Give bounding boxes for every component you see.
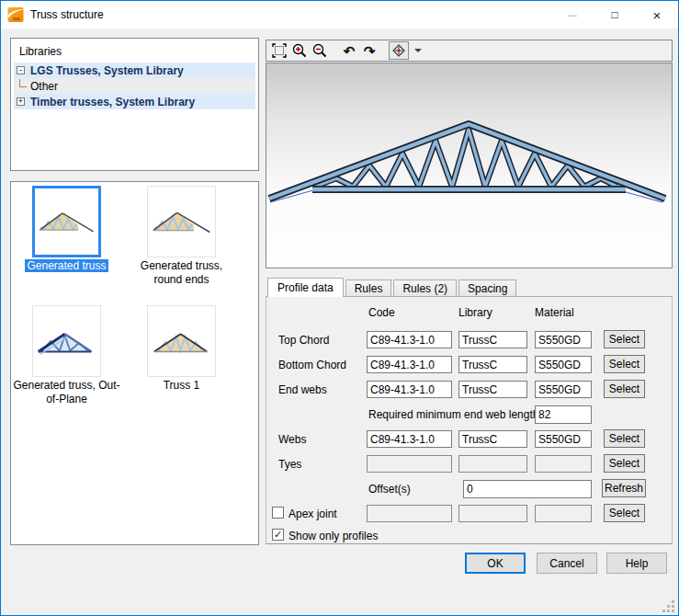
tab-profile-data[interactable]: Profile data	[267, 278, 344, 297]
bottom-chord-code-field[interactable]: C89-41.3-1.0	[367, 356, 452, 373]
apex-joint-material-field[interactable]	[535, 505, 592, 522]
gallery-item-generated-truss[interactable]: Generated truss	[11, 186, 122, 273]
end-webs-code-field[interactable]: C89-41.3-1.0	[367, 381, 452, 398]
truss-thumbnail-graphic	[33, 314, 100, 369]
tree-item-label: LGS Trusses, System Library	[30, 64, 184, 77]
apex-joint-label: Apex joint	[289, 508, 337, 520]
rotate-left-icon[interactable]: ↶	[339, 41, 359, 60]
tree-branch-line	[19, 79, 27, 87]
end-webs-label: End webs	[278, 383, 327, 396]
webs-label: Webs	[278, 433, 306, 446]
app-icon: BIM	[7, 6, 24, 23]
thumbnail-label: Generated truss	[11, 259, 122, 273]
bottom-chord-material-field[interactable]: S550GD	[535, 356, 592, 373]
truss-thumbnail-graphic	[148, 194, 215, 249]
webs-select-button[interactable]: Select	[604, 429, 645, 448]
end-webs-material-field[interactable]: S550GD	[535, 381, 592, 398]
webs-library-field[interactable]: TrussC	[458, 430, 527, 448]
bottom-chord-select-button[interactable]: Select	[604, 355, 645, 373]
offset-input[interactable]	[463, 480, 592, 498]
dropdown-caret-icon[interactable]	[414, 49, 422, 52]
thumbnail-image[interactable]	[32, 305, 101, 377]
collapse-icon[interactable]: -	[17, 66, 25, 74]
top-chord-material-field[interactable]: S550GD	[535, 331, 592, 348]
pan-center-icon[interactable]	[389, 41, 409, 60]
truss-preview-viewport[interactable]	[266, 63, 673, 268]
libraries-panel: Libraries - LGS Trusses, System Library …	[10, 38, 259, 171]
profile-tabs: Profile data Rules Rules (2) Spacing	[267, 278, 518, 297]
column-header-library: Library	[458, 306, 492, 319]
minimize-button[interactable]: ─	[551, 1, 594, 29]
tab-rules[interactable]: Rules	[345, 279, 392, 297]
preview-toolbar: ↶ ↷	[266, 40, 673, 62]
tree-item-other[interactable]: Other	[14, 78, 255, 94]
column-header-material: Material	[535, 306, 574, 319]
tree-item-lgs-trusses[interactable]: - LGS Trusses, System Library	[14, 63, 255, 78]
tab-spacing[interactable]: Spacing	[458, 279, 516, 297]
show-only-profiles-checkbox[interactable]: ✓	[272, 529, 284, 541]
maximize-button[interactable]: □	[594, 1, 636, 29]
truss-gallery-panel: Generated truss Generated truss, round e…	[10, 181, 259, 545]
rotate-right-icon[interactable]: ↷	[359, 41, 379, 60]
cancel-button[interactable]: Cancel	[537, 553, 597, 574]
min-end-web-length-label: Required minimum end web length	[368, 408, 538, 421]
zoom-in-icon[interactable]	[289, 41, 310, 60]
svg-text:BIM: BIM	[13, 17, 20, 21]
thumbnail-label: Generated truss, round ends	[126, 259, 237, 287]
show-only-profiles-label: Show only profiles	[289, 530, 378, 542]
min-end-web-length-input[interactable]	[535, 405, 592, 424]
gallery-item-truss-1[interactable]: Truss 1	[126, 305, 237, 393]
apex-joint-code-field[interactable]	[367, 505, 452, 522]
tree-item-timber-trusses[interactable]: + Timber trusses, System Library	[14, 94, 255, 109]
libraries-header: Libraries	[14, 41, 255, 63]
end-webs-select-button[interactable]: Select	[604, 380, 645, 398]
ok-button[interactable]: OK	[465, 553, 526, 574]
tyes-label: Tyes	[278, 458, 301, 471]
top-chord-label: Top Chord	[278, 334, 329, 347]
window-title: Truss structure	[30, 8, 104, 21]
thumbnail-label: Truss 1	[126, 379, 237, 393]
tyes-code-field[interactable]	[367, 455, 452, 473]
thumbnail-image[interactable]	[32, 186, 101, 257]
zoom-out-icon[interactable]	[310, 41, 330, 60]
tree-item-label: Other	[30, 80, 58, 93]
thumbnail-label: Generated truss, Out-of-Plane	[11, 379, 122, 406]
apex-joint-checkbox[interactable]	[272, 507, 284, 519]
tyes-select-button[interactable]: Select	[604, 454, 645, 473]
apex-joint-select-button[interactable]: Select	[604, 504, 645, 522]
thumbnail-image[interactable]	[147, 186, 216, 257]
column-header-code: Code	[368, 306, 395, 319]
gallery-item-generated-truss-out-of-plane[interactable]: Generated truss, Out-of-Plane	[11, 305, 122, 406]
truss-thumbnail-graphic	[148, 314, 215, 369]
bottom-chord-library-field[interactable]: TrussC	[458, 356, 527, 373]
tyes-library-field[interactable]	[458, 455, 527, 473]
apex-joint-library-field[interactable]	[458, 505, 527, 522]
offset-label: Offset(s)	[368, 483, 411, 496]
close-button[interactable]: ×	[636, 1, 678, 29]
top-chord-code-field[interactable]: C89-41.3-1.0	[367, 331, 452, 348]
help-button[interactable]: Help	[606, 553, 667, 574]
tree-item-label: Timber trusses, System Library	[30, 96, 195, 108]
webs-material-field[interactable]: S550GD	[535, 430, 592, 448]
thumbnail-image[interactable]	[147, 305, 216, 377]
webs-code-field[interactable]: C89-41.3-1.0	[367, 430, 452, 448]
truss-structure-dialog: BIM Truss structure ─ □ × Libraries - LG…	[0, 0, 679, 616]
refresh-button[interactable]: Refresh	[602, 479, 646, 497]
gallery-item-generated-truss-round-ends[interactable]: Generated truss, round ends	[126, 186, 237, 287]
zoom-extents-icon[interactable]	[269, 41, 289, 60]
end-webs-library-field[interactable]: TrussC	[458, 381, 527, 398]
expand-icon[interactable]: +	[17, 97, 25, 106]
truss-thumbnail-graphic	[35, 194, 98, 249]
truss-preview-graphic	[266, 63, 672, 268]
titlebar: BIM Truss structure ─ □ ×	[1, 1, 678, 29]
tab-rules-2[interactable]: Rules (2)	[393, 279, 457, 297]
top-chord-select-button[interactable]: Select	[604, 330, 645, 348]
top-chord-library-field[interactable]: TrussC	[458, 331, 527, 348]
resize-grip[interactable]	[663, 601, 674, 612]
tyes-material-field[interactable]	[535, 455, 592, 473]
bottom-chord-label: Bottom Chord	[278, 359, 346, 371]
